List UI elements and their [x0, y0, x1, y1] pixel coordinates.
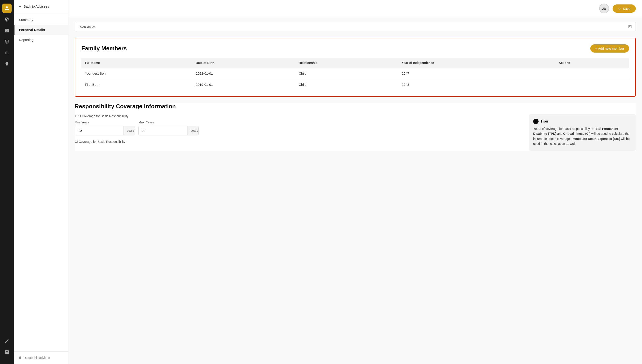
sidebar-nav: Summary Personal Details Reporting	[14, 13, 68, 351]
tips-header: i Tips	[533, 119, 631, 124]
tips-title: Tips	[540, 119, 548, 124]
content-area: 2025-05-05 Family Members + Add new memb…	[69, 17, 642, 364]
responsibility-title: Responsibility Coverage Information	[75, 103, 636, 110]
family-members-section: Family Members + Add new member Full Nam…	[75, 38, 636, 97]
col-dob: Date of Birth	[192, 58, 295, 68]
cell-year-independence: 2043	[398, 79, 555, 90]
col-actions: Actions	[555, 58, 629, 68]
sidebar-footer: Delete this advisee	[14, 351, 68, 364]
tips-content: Years of coverage for basic responsibili…	[533, 126, 631, 146]
max-years-group: Max. Years years	[139, 120, 199, 136]
cell-dob: 2022-01-01	[192, 68, 295, 79]
icon-lightbulb[interactable]	[2, 59, 12, 68]
icon-bar	[0, 0, 14, 364]
ci-label: CI Coverage for Basic Responsibility	[75, 140, 522, 144]
cell-full-name: First Born	[81, 79, 192, 90]
tips-info-icon: i	[533, 119, 538, 124]
tpd-label: TPD Coverage for Basic Responsibility	[75, 114, 522, 118]
tips-box: i Tips Years of coverage for basic respo…	[529, 114, 636, 151]
cell-relationship: Child	[295, 79, 398, 90]
sidebar: Back to Advisees Summary Personal Detail…	[14, 0, 69, 364]
responsibility-section: Responsibility Coverage Information TPD …	[75, 103, 636, 151]
cell-actions	[555, 68, 629, 79]
min-years-input[interactable]	[75, 126, 124, 135]
family-table: Full Name Date of Birth Relationship Yea…	[81, 58, 629, 90]
col-year-independence: Year of Independence	[398, 58, 555, 68]
col-full-name: Full Name	[81, 58, 192, 68]
avatar: JD	[599, 4, 609, 13]
max-years-field: years	[139, 126, 199, 136]
sidebar-item-personal-details[interactable]: Personal Details	[14, 25, 68, 35]
date-value: 2025-05-05	[79, 25, 96, 28]
cell-full-name: Youngest Son	[81, 68, 192, 79]
icon-layers[interactable]	[2, 37, 12, 46]
icon-pencil[interactable]	[2, 336, 12, 346]
table-header-row: Full Name Date of Birth Relationship Yea…	[81, 58, 629, 68]
cell-actions	[555, 79, 629, 90]
min-years-unit: years	[124, 126, 135, 135]
icon-camera[interactable]	[2, 26, 12, 35]
cell-relationship: Child	[295, 68, 398, 79]
coverage-fields: TPD Coverage for Basic Responsibility Mi…	[75, 114, 522, 146]
family-section-title: Family Members	[81, 45, 127, 52]
family-section-header: Family Members + Add new member	[81, 44, 629, 52]
icon-clipboard[interactable]	[2, 348, 12, 357]
min-max-row: Min. Years years Max. Years years	[75, 120, 522, 136]
add-member-button[interactable]: + Add new member	[590, 44, 629, 52]
icon-shield[interactable]	[2, 15, 12, 24]
min-years-group: Min. Years years	[75, 120, 135, 136]
back-to-advisees[interactable]: Back to Advisees	[14, 0, 68, 13]
max-years-input[interactable]	[139, 126, 187, 135]
content-split: TPD Coverage for Basic Responsibility Mi…	[75, 114, 636, 151]
max-years-unit: years	[187, 126, 199, 135]
delete-advisee-button[interactable]: Delete this advisee	[18, 356, 50, 360]
icon-chart[interactable]	[2, 48, 12, 58]
sidebar-item-summary[interactable]: Summary	[14, 15, 68, 25]
icon-person[interactable]	[2, 4, 12, 13]
cell-dob: 2019-01-01	[192, 79, 295, 90]
table-row: First Born 2019-01-01 Child 2043	[81, 79, 629, 90]
max-years-label: Max. Years	[139, 120, 199, 124]
main-content: JD Save 2025-05-05 Family Members + Add …	[69, 0, 642, 364]
save-button[interactable]: Save	[612, 4, 636, 13]
col-relationship: Relationship	[295, 58, 398, 68]
sidebar-item-reporting[interactable]: Reporting	[14, 35, 68, 45]
top-bar: JD Save	[69, 0, 642, 17]
table-row: Youngest Son 2022-01-01 Child 2047	[81, 68, 629, 79]
date-input-row: 2025-05-05	[75, 22, 636, 32]
min-years-field: years	[75, 126, 135, 136]
cell-year-independence: 2047	[398, 68, 555, 79]
min-years-label: Min. Years	[75, 120, 135, 124]
